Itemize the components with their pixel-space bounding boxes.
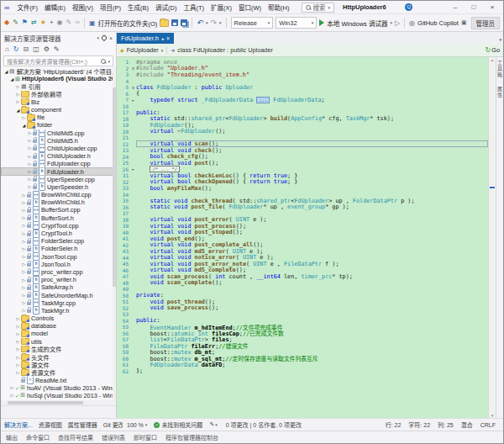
pin-icon[interactable] xyxy=(101,34,108,41)
line-number[interactable]: 18 xyxy=(117,116,130,122)
minimize-button[interactable]: – xyxy=(446,3,465,11)
preview-icon[interactable]: ✎ xyxy=(54,45,60,53)
tree-item-crypttool.h[interactable]: ▷CryptTool.h xyxy=(1,230,116,237)
show-all-files-icon[interactable]: ◫ xyxy=(33,45,39,53)
tree-item-folderseler.h[interactable]: ▷FolderSeler.h xyxy=(1,245,116,252)
collapsed-arrow-icon[interactable]: ▷ xyxy=(15,370,21,375)
collapsed-arrow-icon[interactable]: ▷ xyxy=(21,269,27,274)
code-line-3[interactable]: 3#include "Threading/event_item.h" xyxy=(117,71,488,78)
tree-item--[interactable]: ▷源文件 xyxy=(1,361,116,368)
sync-icon[interactable]: ↻ xyxy=(13,45,19,53)
line-number[interactable]: 61 xyxy=(117,362,130,367)
account-avatar[interactable]: Q xyxy=(405,3,412,11)
code-line-20[interactable]: 20 virtual ~FdUploader(); xyxy=(117,129,488,135)
bottom-tab-4[interactable]: 即时窗口 xyxy=(134,433,157,443)
menu-item-3[interactable]: 项目(P) xyxy=(97,4,124,12)
tree-item-database[interactable]: ▷database xyxy=(1,322,116,330)
fold-open-icon[interactable]: ∨ xyxy=(130,85,136,90)
fold-collapsed-icon[interactable]: ▸ xyxy=(130,166,136,172)
collapsed-arrow-icon[interactable]: ▷ xyxy=(27,154,33,159)
copilot-button[interactable]: ◎ GitHub Copilot ▣ xyxy=(409,19,466,27)
tree-item-folder[interactable]: ◢folder xyxy=(1,121,116,129)
collapsed-arrow-icon[interactable]: ▷ xyxy=(21,300,27,305)
right-dock-tab-1[interactable]: 属性 xyxy=(496,87,504,98)
line-number[interactable]: 47 xyxy=(117,273,130,279)
tree-item-taskmgr.h[interactable]: ▷TaskMgr.h xyxy=(1,307,116,314)
line-number[interactable]: 48 xyxy=(117,280,130,286)
tree-item-httpuploader6-visual-studio-2013-windows-[interactable]: ◢⊞HttpUploader6 (Visual Studio 2013 - Wi… xyxy=(1,75,116,82)
line-number[interactable]: 45 xyxy=(117,261,130,267)
collapsed-arrow-icon[interactable]: ▷ xyxy=(21,246,27,251)
collapsed-arrow-icon[interactable]: ▷ xyxy=(21,223,27,228)
solution-search-input[interactable]: 搜索解决方案资源管理器(Ctrl+;) ▾ xyxy=(3,56,113,66)
tree-item-browwinchild.h[interactable]: ▷BrowWinChild.h xyxy=(1,198,116,206)
status-indent-mode[interactable]: 混合 xyxy=(461,420,473,429)
collapsed-arrow-icon[interactable]: ▷ xyxy=(21,193,27,198)
tree-item-buffersort.h[interactable]: ▷BufferSort.h xyxy=(1,214,116,222)
save-all-icon[interactable] xyxy=(181,19,187,26)
bottom-tab-3[interactable]: 错误列表 xyxy=(102,433,125,443)
scope-dropdown[interactable]: ◆ FdUploader ▾ xyxy=(120,46,167,54)
line-number[interactable]: 32 xyxy=(117,179,130,185)
collapsed-arrow-icon[interactable]: ▷ xyxy=(15,324,21,329)
swap-icon[interactable]: ⇄ xyxy=(31,19,37,26)
line-number[interactable]: 50 xyxy=(117,293,130,299)
tree-item-folderseler.cpp[interactable]: ▷FolderSeler.cpp xyxy=(1,237,116,245)
line-number[interactable]: 33 xyxy=(117,185,130,191)
tree-horizontal-scrollbar[interactable] xyxy=(1,400,116,405)
line-number[interactable]: 59 xyxy=(117,349,130,355)
bottom-tab-2[interactable]: 查找符号结果 xyxy=(58,433,93,443)
tree-item-childuploader.cpp[interactable]: ▷ChildUploader.cpp xyxy=(1,145,116,152)
menu-item-2[interactable]: 视图(V) xyxy=(69,4,97,12)
tree-item-childmd5.h[interactable]: ▷ChildMd5.h xyxy=(1,137,116,145)
menu-item-9[interactable]: 帮助(H) xyxy=(265,4,292,12)
undo-chevron-icon[interactable]: ▾ xyxy=(206,20,208,25)
tree-item-component[interactable]: ◢component xyxy=(1,106,116,114)
line-number[interactable]: 37 xyxy=(117,210,130,216)
status-line[interactable]: 行: 22 xyxy=(386,420,402,429)
menu-item-8[interactable]: 窗口(W) xyxy=(235,4,265,12)
code-line-36[interactable]: 36 static void post_file( FdUploader* up… xyxy=(117,204,488,211)
properties-icon[interactable]: ⚙ xyxy=(44,45,50,53)
fold-open-icon[interactable]: ∨ xyxy=(130,66,136,71)
scroll-up-icon[interactable]: ▴ xyxy=(489,57,496,62)
document-well-chevron-icon[interactable]: ▾ xyxy=(499,37,501,42)
line-number[interactable]: 44 xyxy=(117,255,130,261)
tree-item-taskmgr.cpp[interactable]: ▷TaskMgr.cpp xyxy=(1,299,116,307)
tree-item-proc-writer.h[interactable]: ▷proc_writer.h xyxy=(1,276,116,283)
collapsed-arrow-icon[interactable]: ▷ xyxy=(15,84,21,89)
star-icon[interactable]: ★ xyxy=(40,19,46,26)
line-number[interactable]: 16 xyxy=(117,103,130,109)
collapsed-arrow-icon[interactable]: ▷ xyxy=(15,316,21,321)
collapsed-arrow-icon[interactable]: ▷ xyxy=(21,293,27,298)
line-number[interactable]: 17 xyxy=(117,109,130,115)
bottom-tab-0[interactable]: 输出 xyxy=(6,433,18,443)
line-number[interactable]: 26 xyxy=(117,166,130,172)
code-line-33[interactable]: 33 bool anyFileMax(); xyxy=(117,185,488,192)
collapsed-arrow-icon[interactable]: ▷ xyxy=(27,138,33,143)
zoom-selector[interactable]: 100 % ▾ xyxy=(127,422,147,428)
collapsed-arrow-icon[interactable]: ▷ xyxy=(15,339,21,344)
tab-close-icon[interactable]: × xyxy=(166,35,170,41)
flag-icon[interactable]: ⚑ xyxy=(22,19,28,26)
go-button[interactable]: ↻ Go xyxy=(486,46,500,54)
tree-item-huav-visual-studio-2013-windows-[interactable]: ▷✓⊞huAV (Visual Studio 2013 - Windows) xyxy=(1,384,116,392)
code-line-62[interactable]: 62}; xyxy=(117,368,488,375)
open-containing-folder-button[interactable]: ▣ 打开所在的文件夹(O) xyxy=(89,18,157,28)
tree-item-file[interactable]: ▷file xyxy=(1,114,116,121)
tree-item-uperspeeder.cpp[interactable]: ▷UperSpeeder.cpp xyxy=(1,176,116,183)
undo-icon[interactable]: ↶ xyxy=(197,18,203,27)
panel-options-chevron-icon[interactable]: ▾ xyxy=(97,35,99,40)
collapsed-arrow-icon[interactable]: ▷ xyxy=(21,285,27,290)
tree-item--[interactable]: ▷头文件 xyxy=(1,353,116,361)
line-number[interactable]: 36 xyxy=(117,204,130,210)
collapsed-arrow-icon[interactable]: ▷ xyxy=(15,355,21,360)
line-number[interactable]: 46 xyxy=(117,267,130,273)
tree-item-utils[interactable]: ▷utils xyxy=(1,338,116,346)
panel-tab-1[interactable]: 资源视图 xyxy=(39,420,62,429)
panel-tab-2[interactable]: 属性管理器 xyxy=(68,420,97,429)
right-dock-tab-0[interactable]: 工具箱 xyxy=(496,61,504,78)
tree-item-childmd5.cpp[interactable]: ▷ChildMd5.cpp xyxy=(1,130,116,137)
menu-item-5[interactable]: 调试(D) xyxy=(152,4,180,12)
line-number[interactable]: 21 xyxy=(117,135,130,140)
